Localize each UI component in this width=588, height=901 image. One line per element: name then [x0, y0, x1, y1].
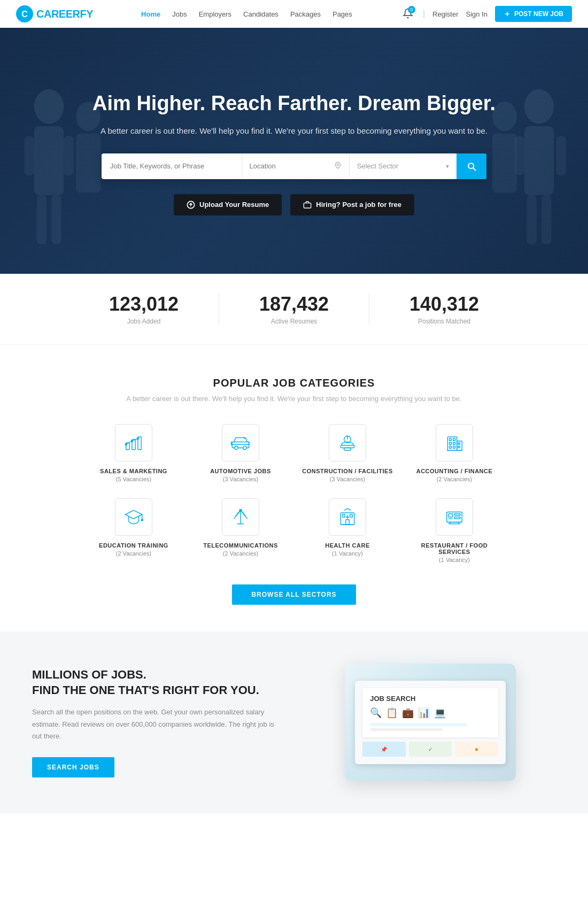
svg-rect-23	[304, 203, 311, 207]
svg-rect-16	[527, 195, 536, 244]
svg-rect-71	[454, 517, 460, 519]
svg-rect-8	[37, 195, 47, 244]
bottom-image: JOB SEARCH 🔍 📋 💼 📊 💻 📌 ✓	[305, 664, 556, 781]
laptop-card: JOB SEARCH 🔍 📋 💼 📊 💻 📌 ✓	[345, 664, 516, 781]
category-vacancies: (2 Vacancies)	[116, 550, 151, 557]
category-name: SALES & MARKETING	[100, 468, 167, 474]
nav-links: Home Jobs Employers Candidates Packages …	[141, 10, 352, 18]
stat-jobs-added: 123,012 Jobs Added	[80, 293, 208, 325]
svg-rect-40	[450, 438, 452, 441]
svg-point-28	[131, 440, 133, 442]
category-item[interactable]: HEALTH CARE (1 Vacancy)	[299, 498, 396, 563]
svg-point-60	[239, 509, 242, 511]
category-item[interactable]: TELECOMMUNICATIONS (2 Vacancies)	[192, 498, 289, 563]
stat-divider-2	[369, 293, 369, 325]
search-bar: Select Sector ▾	[102, 153, 486, 179]
upload-resume-button[interactable]: Upload Your Resume	[174, 194, 282, 215]
category-vacancies: (5 Vacancies)	[116, 476, 151, 482]
categories-grid: SALES & MARKETING (5 Vacancies) AUTOMOTI…	[86, 424, 502, 563]
nav-employers[interactable]: Employers	[199, 10, 231, 18]
category-item[interactable]: SALES & MARKETING (5 Vacancies)	[86, 424, 182, 482]
hero-buttons: Upload Your Resume Hiring? Post a job fo…	[92, 194, 496, 215]
category-vacancies: (2 Vacancies)	[437, 476, 472, 482]
svg-text:C: C	[21, 10, 28, 19]
sector-dropdown[interactable]: Select Sector ▾	[350, 162, 457, 170]
svg-rect-69	[448, 514, 453, 517]
svg-point-32	[243, 446, 246, 449]
category-vacancies: (3 Vacancies)	[223, 476, 258, 482]
svg-rect-19	[492, 134, 517, 192]
svg-point-31	[235, 446, 238, 449]
logo[interactable]: C CAREERFY	[16, 5, 93, 22]
categories-section: POPULAR JOB CATEGORIES A better career i…	[0, 345, 588, 632]
nav-right: 0 | Register Sign In POST NEW JOB	[400, 6, 572, 22]
category-vacancies: (2 Vacancies)	[223, 550, 258, 557]
antenna-icon	[222, 498, 259, 536]
category-name: CONSTRUCTION / FACILITIES	[302, 468, 393, 474]
sector-label: Select Sector	[357, 162, 398, 170]
browse-sectors-button[interactable]: BROWSE ALL SECTORS	[232, 584, 355, 605]
hero-title: Aim Higher. Reach Farther. Dream Bigger.	[92, 91, 496, 116]
location-input[interactable]	[250, 155, 330, 178]
category-name: ACCOUNTING / FINANCE	[416, 468, 493, 474]
bottom-description: Search all the open positions on the web…	[32, 706, 283, 742]
notification-button[interactable]: 0	[400, 6, 415, 22]
svg-rect-41	[453, 438, 455, 441]
car-icon	[222, 424, 259, 461]
category-name: AUTOMOTIVE JOBS	[210, 468, 271, 474]
laptop-icon-laptop: 💻	[434, 707, 446, 719]
signin-link[interactable]: Sign In	[466, 10, 487, 18]
nav-candidates[interactable]: Candidates	[243, 10, 278, 18]
svg-rect-44	[450, 446, 452, 448]
job-search-input[interactable]	[102, 155, 242, 178]
category-name: TELECOMMUNICATIONS	[203, 542, 278, 549]
svg-rect-67	[350, 514, 353, 517]
hospital-icon	[329, 498, 366, 536]
nav-home[interactable]: Home	[141, 10, 160, 18]
graduation-icon	[115, 498, 152, 536]
bottom-title: MILLIONS OF JOBS.FIND THE ONE THAT'S RIG…	[32, 667, 283, 698]
nav-packages[interactable]: Packages	[290, 10, 321, 18]
svg-point-29	[137, 438, 138, 440]
categories-title: POPULAR JOB CATEGORIES	[21, 377, 567, 389]
svg-rect-45	[453, 446, 455, 448]
hero-section: Aim Higher. Reach Farther. Dream Bigger.…	[0, 28, 588, 274]
stat-positions-label: Positions Matched	[380, 318, 508, 325]
search-jobs-button[interactable]: SEARCH JOBS	[32, 757, 114, 777]
svg-point-12	[524, 89, 554, 124]
svg-point-4	[34, 89, 64, 124]
svg-rect-42	[450, 442, 452, 444]
laptop-icon-briefcase: 💼	[402, 707, 414, 719]
chart-icon	[115, 424, 152, 461]
nav-jobs[interactable]: Jobs	[172, 10, 187, 18]
category-item[interactable]: ACCOUNTING / FINANCE (2 Vacancies)	[406, 424, 502, 482]
post-job-button[interactable]: POST NEW JOB	[495, 6, 572, 22]
notification-badge: 0	[408, 6, 415, 13]
stat-resumes-label: Active Resumes	[230, 318, 358, 325]
svg-rect-7	[64, 136, 73, 175]
location-icon	[334, 161, 342, 171]
svg-marker-49	[125, 510, 142, 519]
category-vacancies: (3 Vacancies)	[330, 476, 365, 482]
stat-positions-matched: 140,312 Positions Matched	[380, 293, 508, 325]
hero-subtitle: A better career is out there. We'll help…	[92, 125, 496, 137]
svg-rect-17	[541, 195, 551, 244]
laptop-job-search-text: JOB SEARCH	[370, 695, 491, 703]
search-button[interactable]	[457, 153, 486, 179]
stat-positions-number: 140,312	[380, 293, 508, 315]
svg-point-20	[337, 164, 339, 166]
svg-rect-6	[25, 136, 34, 175]
register-link[interactable]: Register	[432, 10, 458, 18]
category-name: HEALTH CARE	[325, 542, 370, 549]
svg-rect-5	[34, 126, 64, 195]
svg-rect-36	[344, 448, 351, 451]
post-job-free-button[interactable]: Hiring? Post a job for free	[290, 194, 414, 215]
brand-name: CAREERFY	[36, 8, 93, 20]
category-item[interactable]: CONSTRUCTION / FACILITIES (3 Vacancies)	[299, 424, 396, 482]
svg-point-51	[141, 519, 143, 521]
category-item[interactable]: RESTAURANT / FOOD SERVICES (1 Vacancy)	[406, 498, 502, 563]
stat-resumes-number: 187,432	[230, 293, 358, 315]
category-item[interactable]: EDUCATION TRAINING (2 Vacancies)	[86, 498, 182, 563]
category-item[interactable]: AUTOMOTIVE JOBS (3 Vacancies)	[192, 424, 289, 482]
nav-pages[interactable]: Pages	[332, 10, 352, 18]
